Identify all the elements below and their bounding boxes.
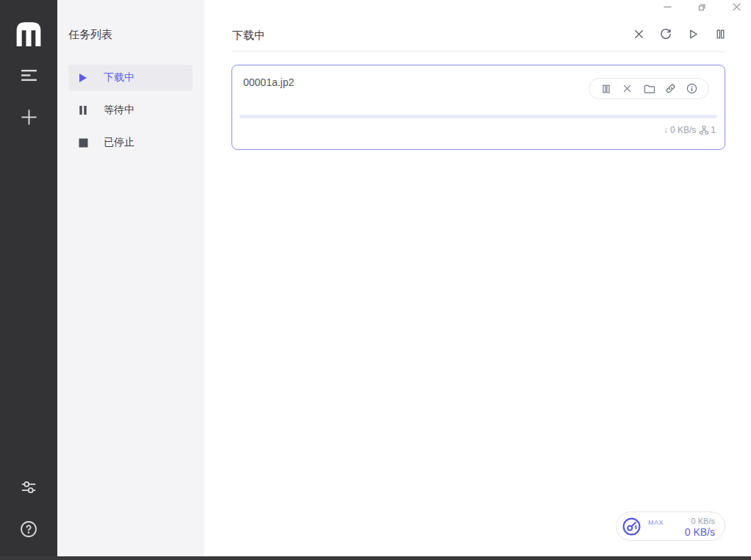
task-status-nav: 下载中 等待中 已停止 [68, 65, 193, 162]
motrix-logo-icon [0, 20, 57, 46]
sidebar-item-stopped[interactable]: 已停止 [68, 129, 193, 156]
minimize-icon[interactable] [662, 1, 673, 12]
open-folder-icon[interactable] [644, 83, 655, 94]
speed-value-top: 0 KB/s [691, 517, 715, 525]
task-progress-bar [240, 115, 717, 118]
connections-icon [700, 126, 708, 134]
refresh-icon[interactable] [660, 28, 672, 40]
main-content: 下载中 00001a.jp2 [204, 0, 751, 560]
add-task-icon[interactable] [0, 109, 57, 126]
icon-rail [0, 0, 57, 560]
play-icon [79, 73, 89, 83]
window-controls [662, 0, 742, 13]
resume-all-icon[interactable] [687, 28, 699, 40]
task-speed-value: 0 KB/s [670, 125, 696, 135]
preferences-icon[interactable] [0, 479, 57, 495]
motrix-window: 任务列表 下载中 等待中 已停止 下载中 [0, 0, 751, 560]
header-divider [232, 51, 725, 52]
sidebar-item-label: 等待中 [104, 104, 134, 117]
help-icon[interactable] [0, 520, 57, 538]
sidebar-item-waiting[interactable]: 等待中 [68, 97, 193, 123]
taskbar-edge [0, 556, 751, 560]
task-connections: 1 [700, 125, 716, 135]
restore-icon[interactable] [697, 1, 708, 12]
task-stats: ↓ 0 KB/s 1 [664, 125, 716, 135]
delete-task-icon[interactable] [622, 83, 633, 94]
delete-selected-icon[interactable] [633, 28, 644, 40]
speed-value-bottom: 0 KB/s [685, 526, 715, 538]
sidebar-item-label: 下载中 [104, 71, 134, 85]
task-sidebar: 任务列表 下载中 等待中 已停止 [57, 0, 204, 560]
sidebar-title: 任务列表 [68, 28, 112, 42]
copy-link-icon[interactable] [665, 83, 676, 94]
pause-icon [79, 105, 89, 115]
pause-all-icon[interactable] [714, 28, 726, 40]
close-icon[interactable] [731, 1, 742, 12]
page-title: 下载中 [232, 29, 265, 43]
task-filename: 00001a.jp2 [243, 76, 294, 88]
stop-icon [79, 138, 89, 148]
task-card[interactable]: 00001a.jp2 [231, 65, 725, 150]
task-speed: ↓ 0 KB/s [664, 125, 696, 135]
speed-max-label: MAX [648, 519, 664, 526]
speed-widget[interactable]: MAX 0 KB/s 0 KB/s [616, 511, 725, 541]
header-toolbar [633, 28, 726, 40]
task-list-icon[interactable] [0, 69, 57, 82]
speedometer-icon [622, 517, 642, 536]
sidebar-item-downloading[interactable]: 下载中 [68, 65, 193, 91]
task-action-bar [589, 78, 709, 99]
task-connections-value: 1 [711, 125, 716, 135]
sidebar-item-label: 已停止 [104, 136, 134, 149]
download-arrow-icon: ↓ [664, 125, 668, 135]
task-info-icon[interactable] [686, 83, 697, 94]
pause-task-icon[interactable] [600, 83, 611, 94]
